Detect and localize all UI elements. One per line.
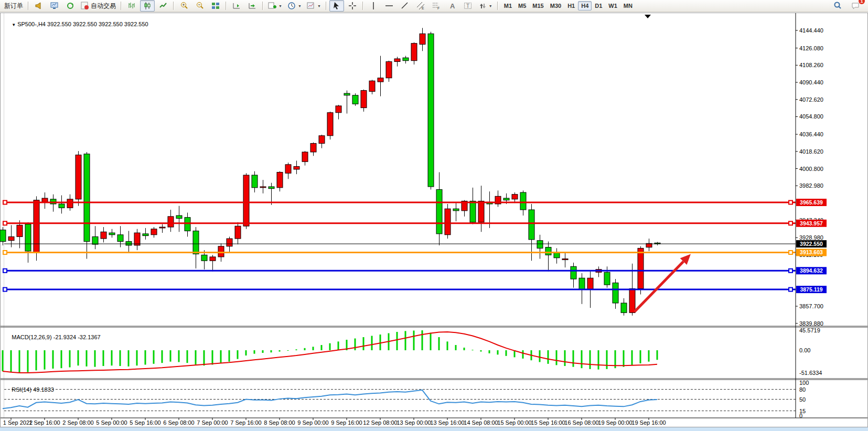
rsi-label: RSI(14) 49.1833 [5,380,54,399]
candle [310,143,316,152]
macd-histogram-bar [657,350,658,360]
cursor-icon[interactable] [329,0,344,12]
time-axis-label: 8 Sep 08:00 [264,419,295,426]
support-line-2-right-handle[interactable] [789,288,792,292]
candle [302,152,308,161]
timeframe-button-M30[interactable]: M30 [547,1,564,10]
macd-histogram-bar [212,350,213,365]
line-chart-icon[interactable] [156,0,170,12]
price-tick-label: 3857.700 [799,303,823,309]
candle [0,230,6,242]
macd-histogram-bar [220,350,222,363]
timeframe-button-D1[interactable]: D1 [592,1,605,10]
candlestick-chart-icon[interactable] [140,0,155,12]
macd-histogram-bar [539,350,541,362]
macd-label: MACD(12,26,9) -21.9324 -32.1367 [5,328,101,347]
timeframe-button-M15[interactable]: M15 [529,1,546,10]
support-line-1-left-handle[interactable] [3,269,7,273]
time-axis-label: 5 Sep 16:00 [130,419,160,426]
candle [109,233,115,235]
bar-chart-icon[interactable] [124,0,139,12]
timeframe-button-H4[interactable]: H4 [578,1,592,10]
text-icon[interactable]: A [445,0,459,12]
zoom-out-icon[interactable] [192,0,207,12]
chart-symbol-header[interactable]: ▼SP500-,H4 3922.550 3922.550 3922.550 39… [5,15,148,34]
timeframe-button-MN[interactable]: MN [620,1,636,10]
macd-histogram-bar [128,350,130,367]
timeframe-button-H1[interactable]: H1 [564,1,578,10]
candle [269,187,274,189]
fibonacci-icon[interactable]: F [429,0,444,12]
macd-histogram-bar [78,350,79,365]
collapse-triangle-icon[interactable]: ▼ [12,23,16,27]
macd-histogram-bar [564,350,566,366]
candle [361,91,367,108]
pivot-line-right-handle[interactable] [789,251,792,254]
market-watch-icon[interactable] [47,0,62,12]
price-chart: 4144.4404126.0804108.2604090.4404072.620… [0,13,868,431]
macd-histogram-bar [548,350,549,364]
chart-shift-icon[interactable] [245,0,260,12]
vertical-line-icon[interactable] [366,0,381,12]
tile-windows-icon[interactable] [208,0,223,12]
zoom-in-icon[interactable] [177,0,191,12]
time-axis-label: 6 Sep 08:00 [163,419,194,426]
timeframe-button-M5[interactable]: M5 [515,1,529,10]
price-tag-label: 3875.119 [800,286,822,293]
search-icon[interactable] [830,0,845,12]
resistance-line-1-right-handle[interactable] [789,201,792,204]
fibo-glyph: F [437,6,440,10]
macd-histogram-bar [52,350,54,369]
macd-histogram-bar [480,350,482,352]
candle [453,209,459,211]
crosshair-icon[interactable] [345,0,360,12]
candle [613,283,618,303]
candle [319,136,325,144]
rsi-name: RSI(14) [12,386,31,393]
auto-trading-button[interactable]: 自动交易 [79,0,118,12]
macd-histogram-bar [573,350,574,367]
periods-button[interactable]: ▼ [285,0,304,12]
resistance-line-2-right-handle[interactable] [789,221,792,225]
toolbar-separator [121,2,122,10]
pivot-line-left-handle[interactable] [3,251,7,254]
auto-scroll-icon[interactable] [229,0,244,12]
support-line-2-left-handle[interactable] [3,288,7,292]
candle [84,154,90,242]
new-chart-button[interactable]: ▼ [266,0,284,12]
candle [260,187,266,188]
new-order-button[interactable]: 新订单 [2,0,25,12]
candle [629,288,635,313]
arrows-tool-icon[interactable]: ▼ [476,0,495,12]
timeframe-button-W1[interactable]: W1 [605,1,620,10]
templates-button[interactable]: ▼ [305,0,323,12]
resistance-line-2-left-handle[interactable] [3,221,7,225]
time-axis-label: 1 Sep 2022 [3,419,33,426]
equidistant-channel-icon[interactable]: E [413,0,428,12]
candle [67,199,73,208]
macd-histogram-bar [380,335,381,350]
refresh-icon[interactable] [63,0,78,12]
candle [76,155,81,199]
macd-histogram-bar [296,349,297,350]
label-icon[interactable]: T [460,0,475,12]
rsi-value: 49.1833 [33,386,54,393]
macd-histogram-bar [648,350,650,362]
rsi-axis-label: 50 [799,396,806,403]
sound-icon[interactable] [31,0,46,12]
macd-histogram-bar [405,331,406,350]
candle [42,198,48,202]
macd-histogram-bar [329,343,331,350]
resistance-line-1-left-handle[interactable] [3,201,7,204]
candle [428,34,434,187]
support-line-1-right-handle[interactable] [789,269,792,273]
candle [344,93,350,95]
notifications-icon[interactable]: 1 [848,0,863,12]
price-tick-label: 4090.440 [799,79,823,85]
horizontal-line-icon[interactable] [382,0,397,12]
candle [394,59,400,62]
macd-histogram-bar [447,341,448,350]
candle [537,241,543,249]
timeframe-button-M1[interactable]: M1 [501,1,515,10]
trendline-icon[interactable] [398,0,412,12]
